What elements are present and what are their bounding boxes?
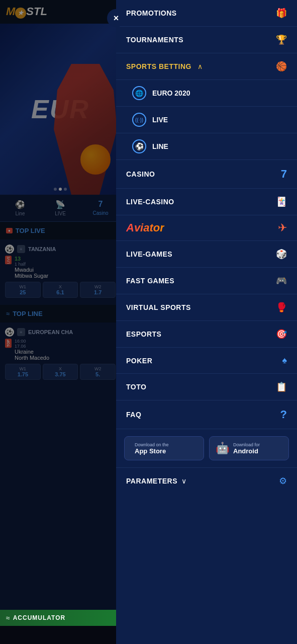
sidebar-item-sports-betting[interactable]: SPORTS BETTING ∧ 🏀 xyxy=(116,53,297,80)
dot-2 xyxy=(59,188,62,191)
top-line-icon: ≈ xyxy=(6,310,10,317)
live-sub-icon: ((·)) xyxy=(132,113,146,127)
sidebar-item-euro2020[interactable]: 🌐 EURO 2020 xyxy=(116,80,297,107)
promotions-icon: 🎁 xyxy=(276,8,287,19)
appstore-small-text: Download on the xyxy=(135,442,169,447)
sidebar-item-fast-games[interactable]: FAST GAMES 🎮 xyxy=(116,268,297,294)
odd-w1[interactable]: W1 25 xyxy=(5,282,41,298)
faq-icon: ? xyxy=(280,408,287,421)
close-button[interactable]: × xyxy=(107,9,125,27)
toto-icon: 📋 xyxy=(276,381,287,392)
odd2-w1[interactable]: W1 1.75 xyxy=(5,364,41,380)
euro2020-label: EURO 2020 xyxy=(152,89,190,97)
casino-left: CASINO xyxy=(126,170,155,178)
fast-games-left: FAST GAMES xyxy=(126,277,174,285)
tab-casino[interactable]: 7 Casino xyxy=(80,195,121,221)
sidebar-item-poker[interactable]: POKER ♠ xyxy=(116,348,297,374)
fast-games-icon: 🎮 xyxy=(276,275,287,286)
virtual-sports-left: VIRTUAL SPORTS xyxy=(126,303,191,311)
odd-w2-label: W2 xyxy=(83,284,112,289)
live-badge-1: LIVE xyxy=(5,256,12,264)
odd2-w2-value: 5. xyxy=(83,371,112,377)
tournaments-label: TOURNAMENTS xyxy=(126,36,183,44)
live-casino-icon: 🃏 xyxy=(276,196,287,207)
esports-left: ESPORTS xyxy=(126,330,161,338)
match-2-country: EUROPEAN CHA xyxy=(28,329,73,335)
odd-w1-label: W1 xyxy=(9,284,37,289)
line-sub-label: LINE xyxy=(152,142,168,150)
match-1-body: LIVE 13 1 half Mwadui Mtibwa Sugar xyxy=(5,256,116,279)
ball-decoration xyxy=(80,144,111,175)
tab-line[interactable]: ⚽ Line xyxy=(0,195,40,221)
casino-tab-icon: 7 xyxy=(98,200,103,209)
sidebar-item-line[interactable]: ⚽ LINE xyxy=(116,133,297,160)
sidebar-item-esports[interactable]: ESPORTS 🎯 xyxy=(116,321,297,348)
match-2-team2: North Macedo xyxy=(15,355,49,361)
sidebar-item-toto[interactable]: TOTO 📋 xyxy=(116,374,297,400)
sidebar-item-live-casino[interactable]: LIVE-CASINO 🃏 xyxy=(116,189,297,215)
match-2-time1: 16:00 xyxy=(15,339,49,344)
stats-icon-1: ≡ xyxy=(17,245,25,253)
download-appstore-button[interactable]: Download on the App Store xyxy=(124,436,204,460)
sidebar-item-aviator[interactable]: Aviator ✈ xyxy=(116,215,297,241)
sidebar-item-live[interactable]: ((·)) LIVE xyxy=(116,107,297,133)
odd2-x[interactable]: X 3.75 xyxy=(43,364,78,380)
sidebar-item-promotions[interactable]: PROMOTIONS 🎁 xyxy=(116,0,297,27)
tab-live-label: LIVE xyxy=(55,211,66,216)
match-1-header: ⚽ ≡ TANZANIA xyxy=(5,245,116,254)
live-tab-icon: 📡 xyxy=(55,200,65,209)
tab-line-label: Line xyxy=(16,211,25,216)
live-casino-left: LIVE-CASINO xyxy=(126,198,174,206)
match-1-team1: Mwadui xyxy=(15,267,48,273)
sidebar-item-tournaments[interactable]: TOURNAMENTS 🏆 xyxy=(116,27,297,53)
menu-items-list: PROMOTIONS 🎁 TOURNAMENTS 🏆 SPORTS BETTIN… xyxy=(116,0,297,644)
chevron-up-icon: ∧ xyxy=(197,62,203,70)
accumulator-bar[interactable]: ≈ ACCUMULATOR xyxy=(0,610,121,626)
live-games-left: LIVE-GAMES xyxy=(126,250,172,258)
dot-3 xyxy=(64,188,67,191)
faq-label: FAQ xyxy=(126,411,141,419)
poker-left: POKER xyxy=(126,357,152,365)
sidebar-item-faq[interactable]: FAQ ? xyxy=(116,400,297,429)
android-small-text: Download for xyxy=(233,442,260,447)
download-android-button[interactable]: 🤖 Download for Android xyxy=(209,436,289,460)
android-icon: 🤖 xyxy=(216,442,229,455)
match-2-time2: 17.06 xyxy=(15,344,49,349)
sidebar-item-virtual-sports[interactable]: VIRTUAL SPORTS 🥊 xyxy=(116,294,297,321)
sidebar-item-live-games[interactable]: LIVE-GAMES 🎲 xyxy=(116,241,297,268)
live-indicator: ● xyxy=(6,228,13,233)
top-badge: TOP xyxy=(5,339,12,348)
soccer-icon-2: ⚽ xyxy=(5,328,14,337)
promotions-left: PROMOTIONS xyxy=(126,9,177,17)
hero-banner: EUR xyxy=(0,24,121,195)
odd2-w2-label: W2 xyxy=(83,366,112,371)
poker-label: POKER xyxy=(126,357,152,365)
euro-icon: 🌐 xyxy=(132,86,146,100)
odd-w2[interactable]: W2 1.7 xyxy=(80,282,116,298)
tab-live[interactable]: 📡 LIVE xyxy=(40,195,80,221)
odd-x[interactable]: X 6.1 xyxy=(43,282,78,298)
parameters-label: PARAMETERS xyxy=(126,477,177,485)
player-silhouette xyxy=(50,64,121,195)
match-card-2: ⚽ ≡ EUROPEAN CHA TOP 16:00 17.06 Ukraine… xyxy=(0,324,121,384)
odd2-w2[interactable]: W2 5. xyxy=(80,364,116,380)
top-live-header: ● TOP LIVE xyxy=(0,222,121,239)
live-games-label: LIVE-GAMES xyxy=(126,250,172,258)
odd2-x-label: X xyxy=(46,366,75,371)
match-2-details: 16:00 17.06 Ukraine North Macedo xyxy=(15,339,49,361)
nav-tabs: ⚽ Line 📡 LIVE 7 Casino xyxy=(0,195,121,222)
match-2-team1: Ukraine xyxy=(15,349,49,355)
match-2-header: ⚽ ≡ EUROPEAN CHA xyxy=(5,328,116,337)
download-section: Download on the App Store 🤖 Download for… xyxy=(116,429,297,468)
sidebar-item-parameters[interactable]: PARAMETERS ∨ ⚙ xyxy=(116,468,297,494)
odd2-x-value: 3.75 xyxy=(46,371,75,377)
sidebar-menu: × PROMOTIONS 🎁 TOURNAMENTS 🏆 SPORTS BETT… xyxy=(116,0,297,644)
toto-label: TOTO xyxy=(126,383,146,391)
esports-label: ESPORTS xyxy=(126,330,161,338)
close-icon: × xyxy=(114,14,119,23)
sidebar-item-casino[interactable]: CASINO 7 xyxy=(116,160,297,189)
accumulator-icon: ≈ xyxy=(6,614,10,622)
live-casino-label: LIVE-CASINO xyxy=(126,198,174,206)
app-header: M★STL xyxy=(0,0,121,24)
esports-icon: 🎯 xyxy=(276,329,287,340)
